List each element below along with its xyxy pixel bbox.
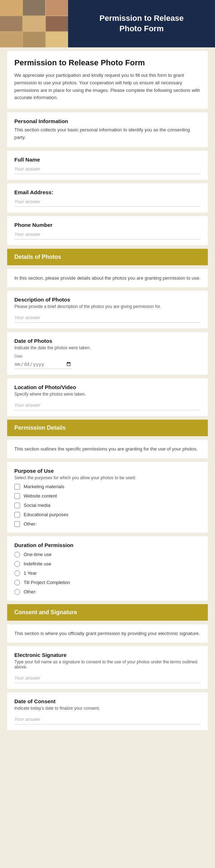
full-name-field-card: Full Name <box>7 151 208 180</box>
purpose-checkbox-group: Marketing materials Website content Soci… <box>14 484 201 527</box>
radio-indefinite-label: Indefinite use <box>24 561 51 566</box>
full-name-input[interactable] <box>14 164 201 174</box>
personal-info-title: Personal Information <box>14 118 201 124</box>
phone-field-card: Phone Number <box>7 216 208 245</box>
form-description: We appreciate your participation and kin… <box>14 72 201 102</box>
location-field-card: Location of Photo/Video Specify where th… <box>7 378 208 416</box>
duration-radio-group: One-time use Indefinite use 1 Year Till … <box>14 552 201 595</box>
photo-desc-label: Description of Photos <box>14 297 201 303</box>
consent-desc-card: This section is where you officially gra… <box>7 624 208 643</box>
location-label: Location of Photo/Video <box>14 384 201 390</box>
details-photos-header: Details of Photos <box>7 249 208 265</box>
phone-label: Phone Number <box>14 222 201 228</box>
signature-input[interactable] <box>14 673 201 683</box>
collage-cell-4 <box>0 16 22 32</box>
collage-cell-1 <box>0 0 22 15</box>
signature-sublabel: Type your full name as a signature to co… <box>14 659 201 669</box>
form-main-title: Permission to Release Photo Form <box>14 58 201 67</box>
main-content: Permission to Release Photo Form We appr… <box>0 51 215 745</box>
details-photos-desc-card: In this section, please provide details … <box>7 269 208 288</box>
header-title-box: Permission to Release Photo Form <box>68 0 215 47</box>
location-input[interactable] <box>14 400 201 410</box>
date-input-wrapper: Date <box>14 354 201 369</box>
duration-label: Duration of Permission <box>14 542 201 548</box>
radio-till-project-input[interactable] <box>14 580 20 585</box>
checkbox-marketing-label: Marketing materials <box>24 484 64 489</box>
checkbox-website-input[interactable] <box>14 493 20 499</box>
date-photos-label: Date of Photos <box>14 338 201 344</box>
personal-info-header-card: Personal Information This section collec… <box>7 112 208 147</box>
permission-details-desc-card: This section outlines the specific permi… <box>7 440 208 458</box>
collage-cell-2 <box>23 0 45 15</box>
email-label: Email Address: <box>14 189 201 195</box>
details-photos-title: Details of Photos <box>14 254 201 260</box>
signature-field-card: Electronic Signature Type your full name… <box>7 646 208 689</box>
date-photos-input[interactable] <box>14 360 72 369</box>
date-consent-input[interactable] <box>14 714 201 724</box>
header-title: Permission to Release Photo Form <box>100 13 184 34</box>
permission-details-header: Permission Details <box>7 420 208 436</box>
checkbox-website-label: Website content <box>24 493 57 499</box>
checkbox-educational[interactable]: Educational purposes <box>14 512 201 518</box>
checkbox-educational-label: Educational purposes <box>24 512 68 517</box>
collage-cell-5 <box>23 16 45 32</box>
checkbox-educational-input[interactable] <box>14 512 20 518</box>
radio-one-time[interactable]: One-time use <box>14 552 201 557</box>
duration-field-card: Duration of Permission One-time use Inde… <box>7 536 208 601</box>
collage-cell-3 <box>46 0 68 15</box>
radio-till-project-label: Till Project Completion <box>24 580 70 585</box>
email-input[interactable] <box>14 197 201 207</box>
consent-desc: This section is where you officially gra… <box>14 631 200 636</box>
radio-duration-other-label: Other: <box>24 589 37 594</box>
header-image <box>0 0 68 47</box>
radio-duration-other[interactable]: Other: <box>14 589 201 595</box>
checkbox-marketing-input[interactable] <box>14 484 20 490</box>
photo-desc-sublabel: Please provide a brief description of th… <box>14 304 201 309</box>
form-title-card: Permission to Release Photo Form We appr… <box>7 51 208 109</box>
date-small-label: Date <box>14 354 201 358</box>
checkbox-other-input[interactable] <box>14 521 20 527</box>
purpose-label: Purpose of Use <box>14 468 201 474</box>
details-photos-desc: In this section, please provide details … <box>14 275 201 281</box>
radio-indefinite-input[interactable] <box>14 561 20 567</box>
radio-one-time-label: One-time use <box>24 552 52 557</box>
email-field-card: Email Address: <box>7 183 208 213</box>
collage-cell-7 <box>0 32 22 47</box>
consent-title: Consent and Signature <box>14 609 201 616</box>
checkbox-website[interactable]: Website content <box>14 493 201 499</box>
photo-desc-input[interactable] <box>14 313 201 323</box>
radio-indefinite[interactable]: Indefinite use <box>14 561 201 567</box>
personal-info-desc: This section collects your basic persona… <box>14 126 201 141</box>
consent-header: Consent and Signature <box>7 604 208 621</box>
photo-desc-field-card: Description of Photos Please provide a b… <box>7 291 208 328</box>
checkbox-social-input[interactable] <box>14 503 20 508</box>
radio-1year-label: 1 Year <box>24 570 37 576</box>
checkbox-other-label: Other: <box>24 521 37 527</box>
signature-label: Electronic Signature <box>14 652 201 658</box>
radio-till-project[interactable]: Till Project Completion <box>14 580 201 585</box>
radio-1year[interactable]: 1 Year <box>14 570 201 576</box>
radio-1year-input[interactable] <box>14 570 20 576</box>
date-photos-sublabel: Indicate the date the photos were taken. <box>14 345 201 350</box>
header-banner: Permission to Release Photo Form <box>0 0 215 47</box>
phone-input[interactable] <box>14 229 201 239</box>
radio-one-time-input[interactable] <box>14 552 20 557</box>
purpose-sublabel: Select the purposes for which you allow … <box>14 475 201 480</box>
checkbox-marketing[interactable]: Marketing materials <box>14 484 201 490</box>
checkbox-social-label: Social media <box>24 503 50 508</box>
permission-details-title: Permission Details <box>14 425 201 431</box>
date-consent-field-card: Date of Consent Indicate today's date to… <box>7 692 208 730</box>
full-name-label: Full Name <box>14 157 201 163</box>
collage-cell-6 <box>46 16 68 32</box>
date-consent-label: Date of Consent <box>14 698 201 704</box>
collage-cell-9 <box>46 32 68 47</box>
checkbox-other[interactable]: Other: <box>14 521 201 527</box>
checkbox-social[interactable]: Social media <box>14 503 201 508</box>
location-sublabel: Specify where the photos were taken. <box>14 392 201 397</box>
date-consent-sublabel: Indicate today's date to finalize your c… <box>14 706 201 711</box>
date-photos-field-card: Date of Photos Indicate the date the pho… <box>7 332 208 375</box>
collage-grid <box>0 0 68 47</box>
collage-cell-8 <box>23 32 45 47</box>
purpose-field-card: Purpose of Use Select the purposes for w… <box>7 462 208 533</box>
radio-duration-other-input[interactable] <box>14 589 20 595</box>
